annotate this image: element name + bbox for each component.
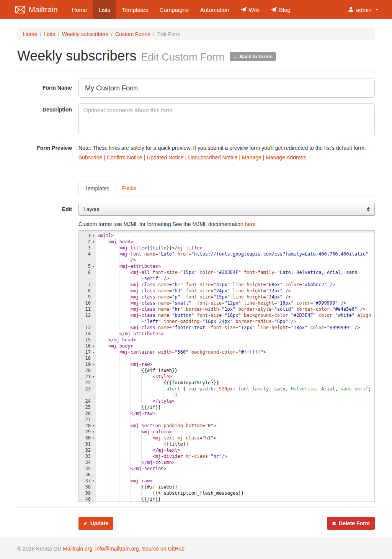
description-textarea[interactable] (78, 103, 375, 134)
code-line: 18 (79, 355, 374, 361)
fold-arrow-icon[interactable]: ▾ (91, 343, 96, 349)
x-icon: ✖ (332, 521, 336, 526)
breadcrumb-link-weekly-subscribers[interactable]: Weekly subscribers (62, 31, 108, 37)
line-number-gutter: 23 (79, 386, 96, 392)
send-icon (241, 7, 247, 13)
nav-item-lists[interactable]: Lists (93, 0, 116, 19)
update-button[interactable]: ✔Update (78, 517, 113, 530)
footer-link-info-mailtrain-org[interactable]: info@mailtrain.org (95, 546, 139, 552)
nav-item-automation[interactable]: Automation (194, 0, 235, 19)
breadcrumb-current: Edit Form (157, 31, 181, 37)
send-icon (271, 7, 277, 13)
mjml-code-editor[interactable]: 1▾<mjml>2▾ <mj-head>3 <mj-title>{{title}… (78, 230, 375, 502)
nav-item-blog[interactable]: Blog (265, 0, 296, 19)
fold-arrow-icon[interactable]: ▾ (91, 435, 96, 441)
brand-mailtrain[interactable]: Mailtrain (15, 0, 58, 19)
nav-item-label: Automation (200, 7, 229, 13)
nav-item-campaigns[interactable]: Campaigns (154, 0, 194, 19)
top-navbar: Mailtrain HomeListsTemplatesCampaignsAut… (0, 0, 392, 19)
code-line: 20 {{#if isWeb}} (79, 367, 374, 374)
code-line: 3 <mj-title>{{title}}</mj-title> (79, 245, 374, 251)
code-line: 24 </style> (79, 398, 374, 404)
preview-note: Note: These links are solely for a quick… (78, 145, 375, 151)
edit-label: Edit (17, 203, 78, 216)
user-icon (348, 7, 354, 13)
mjml-docs-link[interactable]: here (245, 221, 256, 227)
fold-arrow-icon[interactable]: ▾ (91, 478, 96, 484)
preview-link-separator: | (102, 154, 107, 161)
line-number-gutter (79, 275, 96, 282)
code-line: /> (79, 257, 374, 263)
nav-item-label: Templates (122, 7, 148, 13)
footer-link-mailtrain-org[interactable]: Mailtrain.org (63, 546, 92, 552)
code-line: 35 </mj-section> (79, 466, 374, 472)
nav-item-templates[interactable]: Templates (116, 0, 154, 19)
code-line: 7 <mj-class name="h1" font-size="42px" l… (79, 282, 374, 288)
code-line: 38 {{#if isWeb}} (79, 484, 374, 490)
preview-link-manage-address[interactable]: Manage Address (266, 154, 306, 161)
preview-link-updated-notice[interactable]: Updated Notice (147, 154, 184, 161)
footer-link-source-on-github[interactable]: Source on GitHub (142, 546, 185, 552)
preview-link-confirm-notice[interactable]: Confirm Notice (107, 154, 142, 161)
preview-link-subscribe[interactable]: Subscribe (78, 154, 102, 161)
fold-arrow-icon[interactable]: ▾ (91, 233, 96, 239)
fold-arrow-icon[interactable]: ▾ (91, 374, 96, 380)
fold-arrow-icon[interactable]: ▾ (91, 423, 96, 429)
fold-arrow-icon[interactable]: ▾ (91, 349, 96, 355)
line-number-gutter (79, 318, 96, 325)
code-line: 37▾ <mj-raw> (79, 478, 374, 484)
code-line: 40 {{/if}} (79, 496, 374, 502)
line-number-gutter: 36 (79, 472, 96, 478)
fold-arrow-icon[interactable]: ▾ (91, 239, 96, 245)
breadcrumb-link-lists[interactable]: Lists (44, 31, 55, 37)
code-line: 12 <mj-class name="button" font-size="16… (79, 312, 374, 318)
breadcrumb-link-custom-forms[interactable]: Custom Forms (115, 31, 150, 37)
line-number-gutter: 1▾ (79, 233, 96, 239)
back-to-forms-button[interactable]: ← Back to forms (230, 52, 276, 61)
code-line: 16▾ <mj-body> (79, 343, 374, 349)
preview-links: Subscribe|Confirm Notice|Updated Notice|… (78, 154, 375, 161)
line-number-gutter: 13 (79, 325, 96, 331)
code-line: 6 <mj-all font-size="15px" color="#2D3E4… (79, 269, 374, 275)
breadcrumb-separator: / (55, 31, 62, 37)
delete-form-button[interactable]: ✖Delete Form (327, 517, 375, 530)
line-number-gutter: 30▾ (79, 435, 96, 441)
line-number-gutter: 34 (79, 459, 96, 466)
code-line: 28▾ <mj-section padding-bottom="0"> (79, 423, 374, 429)
code-line: ="left" inner-padding="16px 24px" border… (79, 318, 374, 325)
fold-arrow-icon[interactable]: ▾ (91, 429, 96, 435)
nav-item-home[interactable]: Home (66, 0, 93, 19)
code-line: } (79, 392, 374, 398)
page-footer: © 2016 Kreata OÜ Mailtrain.org, info@mai… (0, 538, 392, 559)
code-line: 1▾<mjml> (79, 233, 374, 239)
line-number-gutter: 40 (79, 496, 96, 502)
user-menu-admin[interactable]: admin (348, 0, 378, 19)
fold-arrow-icon[interactable]: ▾ (91, 361, 96, 367)
nav-item-wiki[interactable]: Wiki (235, 0, 265, 19)
edit-template-select[interactable]: Layout (78, 203, 375, 216)
code-line: 23 .alert { max-width: 520px; font-famil… (79, 386, 374, 392)
preview-link-separator: | (184, 154, 188, 161)
user-label: admin (356, 7, 372, 13)
form-name-label: Form Name (17, 79, 78, 98)
line-number-gutter: 24 (79, 398, 96, 404)
code-line: 22 {{{formInputStyle}}} (79, 380, 374, 386)
nav-menu: HomeListsTemplatesCampaignsAutomationWik… (66, 0, 296, 19)
line-number-gutter: 27 (79, 416, 96, 423)
brand-label: Mailtrain (29, 5, 58, 14)
breadcrumb-separator: / (150, 31, 157, 37)
breadcrumb-link-home[interactable]: Home (23, 31, 37, 37)
page-subtitle: Edit Custom Form (141, 51, 224, 63)
preview-link-manage[interactable]: Manage (242, 154, 261, 161)
line-number-gutter: 20 (79, 367, 96, 374)
preview-link-separator: | (261, 154, 266, 161)
line-number-gutter: 37▾ (79, 478, 96, 484)
code-line: -serif" /> (79, 275, 374, 282)
fold-arrow-icon[interactable]: ▾ (91, 263, 96, 269)
form-name-input[interactable] (78, 79, 375, 98)
select-arrows-icon (367, 207, 370, 211)
preview-link-unsubscribed-notice[interactable]: Unsubscribed Notice (188, 154, 237, 161)
line-number-gutter: 17▾ (79, 349, 96, 355)
tab-templates[interactable]: Templates (78, 182, 116, 195)
tab-fields[interactable]: Fields (116, 182, 142, 195)
